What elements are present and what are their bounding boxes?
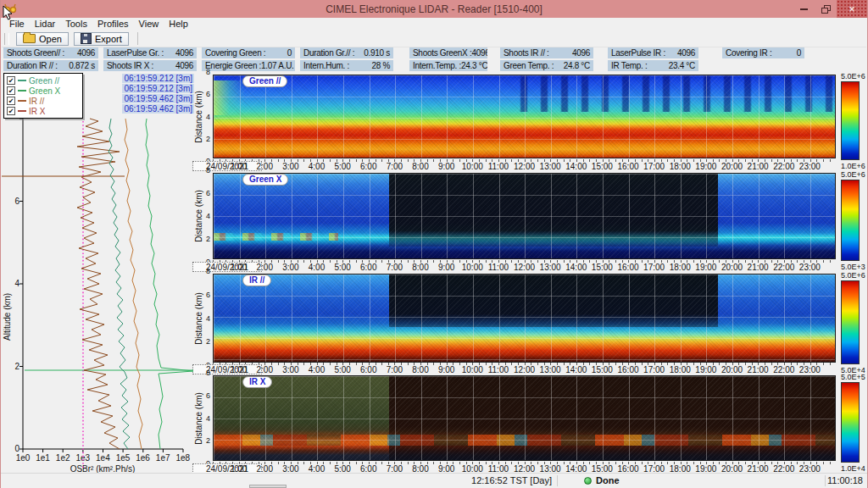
hour-tick-label: 22:00 — [773, 262, 794, 273]
colorbar-max-label: 5.0E+6 — [841, 271, 865, 280]
menu-item[interactable]: Tools — [60, 18, 92, 30]
menu-item[interactable]: Lidar — [30, 18, 60, 30]
legend-item[interactable]: Green // — [4, 75, 82, 86]
hour-labels: 1:002:003:004:005:006:007:008:009:0010:0… — [213, 364, 836, 375]
distance-axis-ticks: 86420 — [201, 72, 211, 161]
status-done: Done — [584, 475, 620, 485]
checkbox-checked-icon[interactable] — [7, 97, 15, 105]
info-row-2: Duration IR // :0.872 sShoots IR X :4096… — [1, 60, 867, 72]
hour-tick-label: 13:00 — [540, 161, 561, 172]
legend-item[interactable]: IR // — [4, 96, 82, 106]
info-field: Shoots GreenX :4096 — [409, 47, 487, 58]
axis-tick-label: 6 — [206, 90, 210, 98]
toolbar-separator — [137, 32, 138, 45]
axis-tick-label: 6 — [206, 291, 210, 299]
info-field: Energie Green :1.07 A.U. — [202, 60, 295, 71]
info-field: Intern.Hum. :28 % — [300, 60, 393, 71]
info-field: Covering IR :0 — [722, 47, 804, 58]
open-button-label: Open — [39, 34, 62, 44]
distance-axis-ticks: 86420 — [201, 170, 211, 262]
legend-label: Green // — [29, 76, 59, 86]
hour-tick-label: 3:00 — [282, 262, 298, 273]
legend-label: IR X — [29, 107, 45, 116]
hour-tick-label: 18:00 — [670, 161, 691, 172]
info-field: Green Temp. :24.8 °C — [500, 60, 593, 71]
info-field: IR Temp. :23.4 °C — [608, 60, 698, 71]
status-time: 12:16:52 TST [Day] — [365, 475, 552, 485]
time-axis-row: 24/09/2021 1:002:003:004:005:006:007:008… — [192, 261, 865, 273]
heatmap-green-x[interactable] — [213, 173, 836, 259]
hour-tick-label: 15:00 — [592, 262, 613, 273]
hour-tick-label: 12:00 — [514, 262, 535, 273]
hour-labels: 1:002:003:004:005:006:007:008:009:0010:0… — [213, 262, 836, 273]
window-title: CIMEL Electronique LIDAR - Reader [1510-… — [1, 3, 867, 15]
title-bar: CIMEL Electronique LIDAR - Reader [1510-… — [1, 0, 867, 18]
hour-tick-label: 14:00 — [565, 161, 587, 172]
legend-item[interactable]: IR X — [4, 106, 82, 116]
axis-tick-label: 8 — [206, 267, 210, 275]
hour-tick-label: 7:00 — [387, 262, 403, 273]
legend-line-swatch — [18, 90, 26, 92]
close-button[interactable]: × — [837, 0, 867, 18]
hour-tick-label: 11:00 — [488, 364, 509, 375]
export-button[interactable]: Export — [74, 32, 129, 46]
open-button[interactable]: Open — [16, 32, 69, 46]
panel-label-badge: Green // — [242, 75, 287, 87]
restore-button[interactable] — [815, 0, 837, 18]
timestamp: 06:19:59.462 [3m] — [122, 94, 194, 103]
timestamp: 06:19:59.212 [3m] — [122, 84, 194, 93]
legend-box: Green // Green X IR // IR X — [3, 73, 83, 119]
heatmap-grid — [214, 174, 835, 258]
colorbar-gradient — [841, 81, 860, 160]
checkbox-checked-icon[interactable] — [7, 107, 15, 115]
menu-item[interactable]: Help — [164, 18, 193, 30]
heatmap-green-parallel[interactable] — [213, 75, 836, 158]
hour-tick-label: 23:00 — [799, 364, 821, 375]
legend-label: IR // — [29, 97, 44, 106]
hour-tick-label: 16:00 — [617, 262, 638, 273]
axis-tick-label: 8 — [206, 68, 210, 76]
checkbox-checked-icon[interactable] — [7, 86, 15, 95]
hour-tick-label: 19:00 — [695, 161, 716, 172]
status-separator — [557, 475, 558, 486]
heatmap-grid — [214, 274, 835, 362]
timestamp: 06:19:59.462 [3m] — [122, 104, 194, 114]
hour-tick-label: 17:00 — [643, 262, 665, 273]
hour-tick-label: 10:00 — [462, 364, 483, 375]
profile-curve-ir-x — [125, 119, 142, 449]
legend-label: Green X — [29, 86, 60, 96]
info-field: Duration Gr.// :0.910 s — [300, 47, 393, 58]
hour-tick-label: 9:00 — [438, 364, 454, 375]
app-window: CIMEL Electronique LIDAR - Reader [1510-… — [0, 0, 868, 488]
axis-tick-label: 2 — [206, 436, 210, 445]
hour-tick-label: 5:00 — [334, 262, 350, 273]
checkbox-checked-icon[interactable] — [7, 76, 15, 85]
altitude-profile-plot[interactable] — [1, 113, 198, 477]
menu-item[interactable]: Profiles — [92, 18, 134, 30]
colorbar-max-label: 5.0E+6 — [841, 72, 865, 80]
hour-tick-label: 8:00 — [412, 262, 428, 273]
time-axis-row: 24/09/2021 1:002:003:004:005:006:007:008… — [192, 363, 865, 375]
hour-tick-label: 9:00 — [438, 161, 454, 172]
info-field: LaserPulse Gr. :4096 — [103, 47, 197, 58]
axis-tick-label: 4 — [206, 414, 210, 423]
colorbar: 5.0E+6 5.0E+3 — [841, 170, 868, 271]
legend-item[interactable]: Green X — [4, 86, 82, 96]
profile-curve-green-parallel — [108, 119, 130, 449]
splitter-handle[interactable] — [249, 485, 287, 488]
hour-tick-label: 22:00 — [773, 364, 794, 375]
colorbar: 5.0E+5 1.0E+4 — [841, 373, 868, 473]
timestamp: 06:19:59.212 [3m] — [122, 74, 194, 83]
heatmap-grid — [214, 75, 835, 158]
axis-tick-label: 2 — [206, 235, 210, 243]
info-field: Shoots IR X :4096 — [103, 60, 197, 71]
menu-item[interactable]: View — [134, 18, 164, 30]
hour-tick-label: 14:00 — [565, 364, 587, 375]
export-button-label: Export — [95, 34, 122, 44]
minimize-button[interactable] — [793, 0, 815, 18]
status-ok-icon — [584, 477, 592, 485]
heatmap-ir-x[interactable] — [213, 375, 836, 461]
hour-tick-label: 20:00 — [721, 161, 743, 172]
hour-tick-label: 15:00 — [592, 161, 613, 172]
heatmap-ir-parallel[interactable] — [213, 274, 836, 363]
